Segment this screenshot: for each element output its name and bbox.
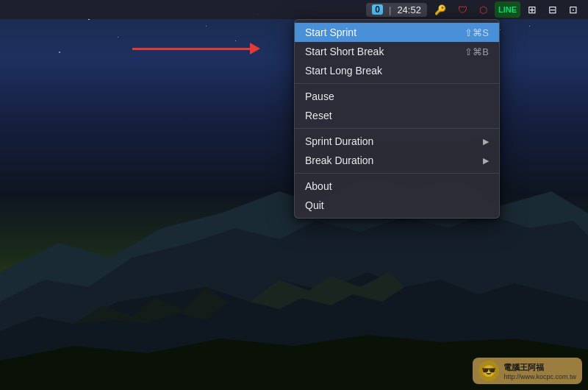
equalizer-item[interactable]: ⊞ — [523, 1, 541, 18]
duration-settings-section: Sprint Duration ▶ Break Duration ▶ — [295, 128, 499, 173]
line-app-item[interactable]: LINE — [495, 1, 520, 18]
watermark-site-name: 電腦王阿福 — [503, 362, 576, 373]
break-duration-item[interactable]: Break Duration ▶ — [295, 151, 499, 170]
start-sprint-label: Start Sprint — [305, 26, 450, 38]
sprint-duration-label: Sprint Duration — [305, 135, 477, 147]
key-icon: 🔑 — [434, 4, 446, 15]
arrow-line — [132, 48, 250, 50]
watermark: 😎 電腦王阿福 http://www.kocpc.com.tw — [473, 358, 582, 384]
timer-widget[interactable]: 0 | 24:52 — [366, 3, 427, 17]
start-short-break-item[interactable]: Start Short Break ⇧⌘B — [295, 42, 499, 61]
shield-icon: 🛡 — [458, 4, 467, 15]
break-duration-arrow: ▶ — [483, 156, 489, 166]
arrow-head — [250, 43, 260, 54]
about-label: About — [305, 180, 489, 192]
about-item[interactable]: About — [295, 177, 499, 196]
start-long-break-item[interactable]: Start Long Break — [295, 61, 499, 80]
break-duration-label: Break Duration — [305, 155, 477, 166]
pause-label: Pause — [305, 91, 489, 102]
reset-label: Reset — [305, 110, 489, 121]
watermark-url: http://www.kocpc.com.tw — [503, 373, 576, 380]
quit-item[interactable]: Quit — [295, 196, 499, 215]
session-controls-section: Pause Reset — [295, 83, 499, 128]
start-short-break-shortcut: ⇧⌘B — [465, 46, 489, 57]
display-icon: ⊡ — [569, 4, 578, 15]
menubar: 0 | 24:52 🔑 🛡 ⬡ LINE ⊞ ⊟ ⊡ — [0, 0, 588, 19]
quit-label: Quit — [305, 199, 489, 211]
app-controls-section: About Quit — [295, 173, 499, 218]
start-sprint-item[interactable]: Start Sprint ⇧⌘S — [295, 23, 499, 42]
creative-cloud-icon: ⬡ — [479, 4, 487, 15]
watermark-avatar: 😎 — [478, 361, 499, 381]
menubar-right-items: 0 | 24:52 🔑 🛡 ⬡ LINE ⊞ ⊟ ⊡ — [366, 1, 582, 18]
timer-separator: | — [389, 4, 391, 15]
grid-item[interactable]: ⊟ — [544, 1, 562, 18]
timer-controls-section: Start Sprint ⇧⌘S Start Short Break ⇧⌘B S… — [295, 20, 499, 83]
shield-icon-item[interactable]: 🛡 — [453, 1, 472, 18]
start-short-break-label: Start Short Break — [305, 46, 450, 57]
pause-item[interactable]: Pause — [295, 87, 499, 106]
sprint-duration-arrow: ▶ — [483, 137, 489, 146]
reset-item[interactable]: Reset — [295, 106, 499, 125]
start-sprint-shortcut: ⇧⌘S — [465, 27, 489, 38]
start-long-break-label: Start Long Break — [305, 65, 489, 77]
creative-cloud-item[interactable]: ⬡ — [475, 1, 492, 18]
line-icon: LINE — [498, 5, 517, 14]
sprint-duration-item[interactable]: Sprint Duration ▶ — [295, 132, 499, 151]
watermark-box: 😎 電腦王阿福 http://www.kocpc.com.tw — [473, 358, 582, 384]
context-menu: Start Sprint ⇧⌘S Start Short Break ⇧⌘B S… — [294, 19, 500, 219]
annotation-arrow — [132, 43, 260, 54]
grid-icon: ⊟ — [548, 4, 557, 15]
equalizer-icon: ⊞ — [528, 4, 537, 15]
watermark-text: 電腦王阿福 http://www.kocpc.com.tw — [503, 362, 576, 380]
sprint-count: 0 — [372, 4, 383, 15]
key-icon-item[interactable]: 🔑 — [430, 1, 451, 18]
timer-display: 24:52 — [397, 4, 421, 15]
display-item[interactable]: ⊡ — [564, 1, 582, 18]
